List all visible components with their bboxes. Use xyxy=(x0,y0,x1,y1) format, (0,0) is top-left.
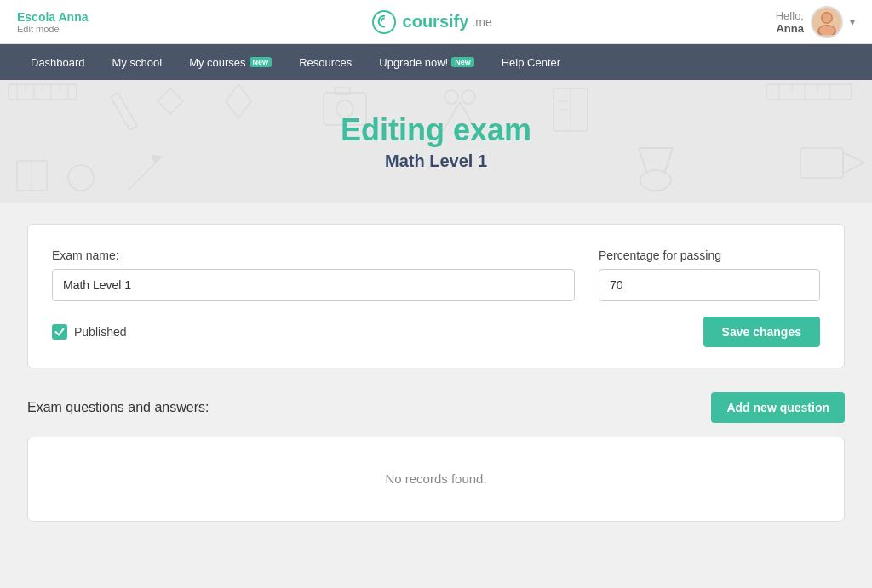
hero-banner: Editing exam Math Level 1 xyxy=(0,80,872,203)
exam-name-group: Exam name: xyxy=(52,248,575,301)
main-nav: Dashboard My school My courses New Resou… xyxy=(0,44,872,80)
svg-rect-32 xyxy=(800,148,843,178)
questions-section-label: Exam questions and answers: xyxy=(27,400,209,415)
main-content: Exam name: Percentage for passing Publis… xyxy=(0,203,872,542)
svg-point-19 xyxy=(462,90,475,104)
svg-line-40 xyxy=(664,148,673,174)
exam-form-card: Exam name: Percentage for passing Publis… xyxy=(27,224,845,368)
school-info: Escola Anna Edit mode xyxy=(17,10,89,34)
exam-name-input[interactable] xyxy=(52,269,575,301)
logo-icon xyxy=(372,10,396,34)
nav-resources[interactable]: Resources xyxy=(285,44,365,80)
svg-point-2 xyxy=(822,13,831,22)
svg-marker-38 xyxy=(152,155,162,163)
logo-suffix: .me xyxy=(472,15,491,29)
user-dropdown-arrow[interactable]: ▾ xyxy=(850,16,855,28)
topbar: Escola Anna Edit mode coursify.me Hello,… xyxy=(0,0,872,44)
school-name: Escola Anna xyxy=(17,10,89,24)
user-area: Hello, Anna ▾ xyxy=(776,6,855,38)
svg-marker-33 xyxy=(843,152,864,174)
questions-section-header: Exam questions and answers: Add new ques… xyxy=(27,392,845,423)
published-checkbox[interactable] xyxy=(52,324,67,340)
nav-help-center[interactable]: Help Center xyxy=(488,44,574,80)
form-row-inputs: Exam name: Percentage for passing xyxy=(52,248,820,301)
user-name: Anna xyxy=(776,22,804,35)
svg-line-39 xyxy=(639,148,647,174)
avatar[interactable] xyxy=(811,6,843,38)
published-checkbox-label[interactable]: Published xyxy=(52,324,127,340)
nav-upgrade[interactable]: Upgrade now! New xyxy=(365,44,487,80)
logo-text: coursify xyxy=(403,12,469,31)
add-new-question-button[interactable]: Add new question xyxy=(711,392,845,423)
exam-name-label: Exam name: xyxy=(52,248,575,262)
svg-rect-17 xyxy=(335,88,350,94)
nav-dashboard[interactable]: Dashboard xyxy=(17,44,99,80)
questions-empty-card: No records found. xyxy=(27,437,845,522)
svg-marker-14 xyxy=(226,84,251,118)
logo: coursify.me xyxy=(372,10,492,34)
edit-mode-label: Edit mode xyxy=(17,24,89,34)
published-label: Published xyxy=(74,325,127,339)
exam-name-heading: Math Level 1 xyxy=(385,151,487,171)
percentage-group: Percentage for passing xyxy=(599,248,820,301)
form-footer: Published Save changes xyxy=(52,317,820,347)
svg-rect-36 xyxy=(68,165,94,191)
no-records-message: No records found. xyxy=(385,471,486,486)
my-courses-badge: New xyxy=(250,57,272,67)
svg-point-42 xyxy=(640,170,671,191)
percentage-label: Percentage for passing xyxy=(599,248,820,262)
page-title: Editing exam xyxy=(341,112,531,148)
svg-rect-12 xyxy=(111,93,137,130)
save-changes-button[interactable]: Save changes xyxy=(703,317,820,347)
percentage-input[interactable] xyxy=(599,269,820,301)
svg-point-18 xyxy=(445,90,458,104)
nav-my-courses[interactable]: My courses New xyxy=(175,44,285,80)
nav-my-school[interactable]: My school xyxy=(99,44,176,80)
upgrade-badge: New xyxy=(451,57,474,67)
svg-marker-13 xyxy=(158,88,183,114)
greeting: Hello, Anna xyxy=(776,9,804,35)
